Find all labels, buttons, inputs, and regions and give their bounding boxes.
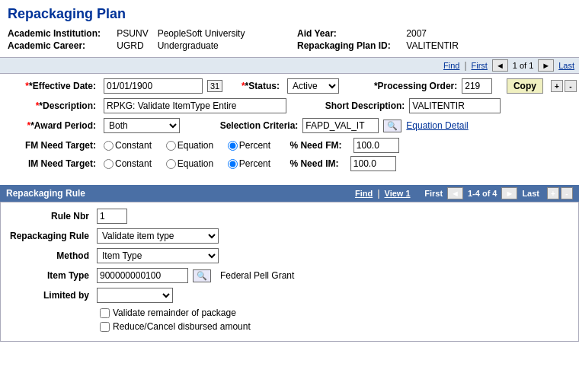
rule-find-link[interactable]: Find (355, 189, 373, 198)
effective-date-input[interactable] (104, 78, 203, 94)
item-type-label: Item Type (8, 270, 92, 281)
fm-equation-radio[interactable]: Equation (166, 140, 213, 151)
pct-need-im-input[interactable] (350, 156, 396, 171)
equation-detail-link[interactable]: Equation Detail (406, 120, 468, 131)
im-need-target-label: IM Need Target: (8, 158, 99, 169)
prev-btn[interactable]: ◄ (492, 59, 508, 72)
repackaging-rule-select[interactable]: Validate item type Award by need percent… (97, 228, 219, 244)
repackaging-rule-label: Repackaging Rule (8, 231, 92, 241)
item-type-input[interactable] (97, 268, 188, 283)
selection-criteria-input[interactable] (302, 118, 379, 133)
page-title: Repackaging Plan (0, 0, 579, 25)
fm-need-target-label: FM Need Target: (8, 140, 99, 151)
copy-button[interactable]: Copy (507, 78, 543, 94)
find-link[interactable]: Find (443, 61, 459, 70)
validate-remainder-label: Validate remainder of package (113, 308, 236, 318)
method-label: Method (8, 250, 92, 261)
repackaging-plan-id-label: Repackaging Plan ID: (297, 40, 404, 51)
rule-add-btn[interactable]: + (547, 187, 559, 199)
award-period-label: *Award Period: (8, 120, 99, 131)
selection-criteria-label: Selection Criteria: (199, 120, 298, 131)
rule-prev-btn[interactable]: ◄ (447, 187, 463, 199)
reduce-cancel-row: Reduce/Cancel disbursed amount (100, 321, 571, 332)
page-info: 1 of 1 (513, 61, 534, 70)
last-link[interactable]: Last (558, 61, 574, 70)
description-label: *Description: (8, 100, 99, 111)
rule-nbr-input[interactable] (97, 209, 127, 224)
method-select[interactable]: Item Type Award Type All Awards (97, 248, 219, 263)
first-link[interactable]: First (472, 61, 488, 70)
rule-view1-link[interactable]: View 1 (385, 189, 411, 198)
main-toolbar: Find | First ◄ 1 of 1 ► Last (0, 57, 579, 74)
acad-career-label: Academic Career: (8, 40, 114, 51)
fm-percent-radio[interactable]: Percent (228, 140, 270, 151)
acad-career-name: Undergraduate (158, 40, 219, 51)
limited-by-label: Limited by (8, 290, 92, 301)
rule-section-title: Repackaging Rule (6, 188, 85, 199)
selection-criteria-search-icon[interactable]: 🔍 (383, 120, 401, 132)
item-type-search-icon[interactable]: 🔍 (193, 269, 211, 282)
processing-order-label: *Processing Order: (358, 81, 457, 91)
acad-institution-code: PSUNV (117, 28, 155, 39)
reduce-cancel-checkbox[interactable] (100, 322, 110, 332)
im-percent-radio[interactable]: Percent (228, 158, 270, 169)
rule-section-header: Repackaging Rule Find | View 1 First ◄ 1… (0, 185, 579, 202)
reduce-cancel-label: Reduce/Cancel disbursed amount (113, 321, 251, 332)
effective-date-label: *Effective Date: (8, 81, 99, 91)
short-desc-label: Short Description: (305, 100, 405, 111)
validate-remainder-row: Validate remainder of package (100, 308, 571, 318)
rule-area: Rule Nbr Repackaging Rule Validate item … (0, 202, 579, 342)
add-record-btn[interactable]: + (551, 80, 563, 92)
description-input[interactable] (104, 98, 286, 113)
pct-need-fm-input[interactable] (353, 138, 399, 153)
acad-institution-name: PeopleSoft University (158, 28, 245, 39)
rule-first-label: First (424, 189, 443, 198)
repackaging-plan-id-value: VALITENTIR (406, 40, 458, 51)
header-section: Academic Institution: PSUNV PeopleSoft U… (0, 25, 579, 57)
pct-need-im-label: % Need IM: (290, 158, 338, 169)
rule-next-btn[interactable]: ► (501, 187, 517, 199)
calendar-btn[interactable]: 31 (207, 80, 222, 92)
acad-institution-label: Academic Institution: (8, 28, 114, 39)
status-label: *Status: (237, 81, 283, 91)
rule-remove-btn[interactable]: - (561, 187, 573, 199)
status-select[interactable]: Active Inactive (287, 78, 339, 94)
aid-year-label: Aid Year: (297, 28, 404, 39)
fm-constant-radio[interactable]: Constant (104, 140, 152, 151)
aid-year-value: 2007 (406, 28, 427, 39)
item-type-desc: Federal Pell Grant (220, 270, 294, 281)
im-constant-radio[interactable]: Constant (104, 158, 152, 169)
short-desc-input[interactable] (409, 98, 501, 113)
validate-remainder-checkbox[interactable] (100, 308, 110, 318)
acad-career-code: UGRD (117, 40, 155, 51)
award-period-select[interactable]: Both Fall/Spring Summer (104, 118, 180, 133)
remove-record-btn[interactable]: - (565, 80, 577, 92)
rule-page-info: 1-4 of 4 (468, 189, 497, 198)
rule-last-label: Last (522, 189, 539, 198)
limited-by-select[interactable]: Award Need (97, 288, 173, 303)
rule-nbr-label: Rule Nbr (8, 211, 92, 221)
pct-need-fm-label: % Need FM: (290, 140, 341, 151)
main-form: *Effective Date: 31 *Status: Active Inac… (0, 74, 579, 179)
im-equation-radio[interactable]: Equation (166, 158, 213, 169)
next-btn[interactable]: ► (538, 59, 554, 72)
processing-order-input[interactable] (462, 78, 492, 94)
